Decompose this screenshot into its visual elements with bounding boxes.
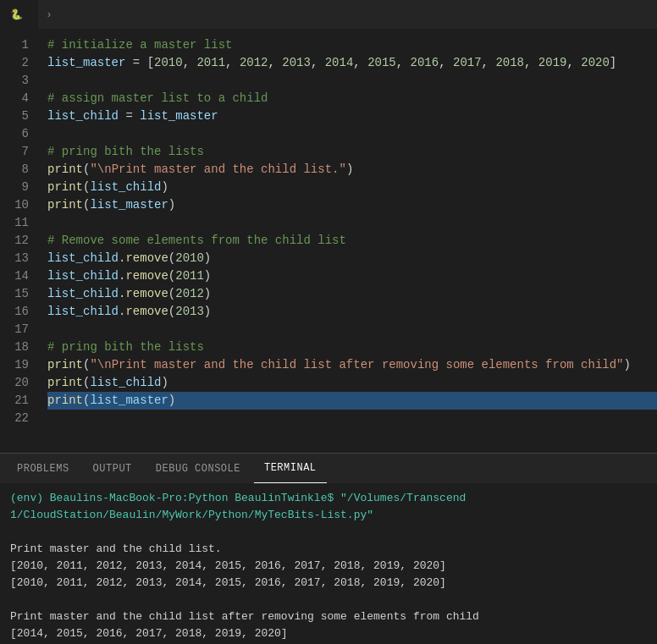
terminal-line: Print master and the child list. <box>10 541 647 558</box>
python-icon: 🐍 <box>10 8 23 21</box>
code-line: list_child.remove(2010) <box>47 250 657 267</box>
code-editor: 12345678910111213141516171819202122 # in… <box>0 30 657 453</box>
token-comment: # Remove some elements from the child li… <box>47 234 346 247</box>
line-number: 7 <box>0 143 41 161</box>
token-variable: list_child <box>47 109 119 123</box>
terminal-line <box>10 592 647 608</box>
token-variable: list_child <box>47 287 119 300</box>
token-number: 2013 <box>175 305 204 318</box>
token-number: 2014 <box>325 56 354 69</box>
token-plain: ] <box>610 56 616 69</box>
token-variable: list_child <box>47 269 119 283</box>
code-line: print("\nPrint master and the child list… <box>47 356 657 374</box>
line-number: 13 <box>0 250 41 267</box>
active-tab[interactable]: 🐍 <box>0 0 39 29</box>
token-function: remove <box>125 269 168 283</box>
line-number: 19 <box>0 356 41 374</box>
code-line <box>47 321 657 339</box>
code-line: list_child = list_master <box>47 107 657 125</box>
token-function: print <box>47 198 83 212</box>
token-plain: ) <box>624 358 631 372</box>
code-line: print(list_master) <box>47 392 657 410</box>
line-number: 9 <box>0 179 41 196</box>
tab-output[interactable]: OUTPUT <box>83 454 142 483</box>
token-number: 2013 <box>282 56 311 69</box>
token-variable: list_child <box>47 305 119 318</box>
terminal-line <box>10 524 647 541</box>
tab-terminal[interactable]: TERMINAL <box>254 454 327 483</box>
line-number: 11 <box>0 214 41 232</box>
line-number: 21 <box>0 392 41 410</box>
token-number: 2011 <box>196 56 225 69</box>
token-number: 2019 <box>538 56 567 69</box>
token-plain: ) <box>346 162 353 176</box>
token-comment: # pring bith the lists <box>47 340 204 354</box>
token-variable: list_child <box>47 251 119 265</box>
code-content[interactable]: # initialize a master listlist_master = … <box>41 30 657 453</box>
token-comment: # assign master list to a child <box>47 91 268 105</box>
token-plain: ) <box>204 287 211 300</box>
tab-debug-console[interactable]: DEBUG CONSOLE <box>146 454 251 483</box>
tab-bar: 🐍 › <box>0 0 657 30</box>
token-plain: ) <box>204 269 211 283</box>
token-number: 2010 <box>175 251 204 265</box>
token-function: remove <box>125 287 168 300</box>
terminal-line: [2010, 2011, 2012, 2013, 2014, 2015, 201… <box>10 558 647 575</box>
token-string: "\nPrint master and the child list after… <box>90 358 623 372</box>
line-number: 4 <box>0 90 41 107</box>
code-line: # assign master list to a child <box>47 90 657 107</box>
line-number: 1 <box>0 36 41 54</box>
terminal-content[interactable]: (env) Beaulins-MacBook-Pro:Python Beauli… <box>0 483 657 644</box>
token-variable: list_master <box>90 394 168 407</box>
line-number: 12 <box>0 232 41 250</box>
tab-problems[interactable]: PROBLEMS <box>7 454 80 483</box>
token-number: 2017 <box>453 56 482 69</box>
line-number: 20 <box>0 374 41 392</box>
token-string: "\nPrint master and the child list." <box>90 162 345 176</box>
token-plain: , <box>396 56 411 69</box>
token-comment: # pring bith the lists <box>47 145 204 158</box>
token-plain: , <box>482 56 496 69</box>
token-plain: , <box>268 56 282 69</box>
token-number: 2020 <box>581 56 610 69</box>
token-plain: , <box>524 56 538 69</box>
terminal-line: (env) Beaulins-MacBook-Pro:Python Beauli… <box>10 490 647 524</box>
bottom-panel: PROBLEMS OUTPUT DEBUG CONSOLE TERMINAL (… <box>0 453 657 644</box>
token-function: print <box>47 162 83 176</box>
token-plain: ) <box>161 180 168 194</box>
token-plain: ) <box>168 394 175 407</box>
breadcrumb-separator: › <box>46 8 52 21</box>
token-plain: = <box>119 109 140 123</box>
code-line <box>47 72 657 90</box>
terminal-line: Print master and the child list after re… <box>10 608 647 625</box>
token-plain: = [ <box>125 56 154 69</box>
token-plain: ) <box>204 251 211 265</box>
token-plain: ) <box>161 376 168 389</box>
token-number: 2016 <box>411 56 439 69</box>
token-function: print <box>47 358 83 372</box>
line-number: 14 <box>0 267 41 285</box>
code-line: # pring bith the lists <box>47 143 657 161</box>
line-number: 6 <box>0 125 41 143</box>
token-variable: list_child <box>90 376 161 389</box>
token-function: print <box>47 394 83 407</box>
token-plain: , <box>439 56 453 69</box>
code-line: list_master = [2010, 2011, 2012, 2013, 2… <box>47 54 657 72</box>
token-plain: ( <box>168 305 175 318</box>
code-line: # pring bith the lists <box>47 339 657 356</box>
code-line: print(list_child) <box>47 374 657 392</box>
token-plain: , <box>353 56 367 69</box>
line-number: 17 <box>0 321 41 339</box>
code-line: print("\nPrint master and the child list… <box>47 161 657 179</box>
token-plain: ( <box>168 269 175 283</box>
token-function: print <box>47 376 83 389</box>
token-number: 2010 <box>154 56 183 69</box>
token-function: remove <box>125 251 168 265</box>
token-plain: ) <box>168 198 175 212</box>
token-number: 2018 <box>495 56 524 69</box>
token-variable: list_master <box>90 198 168 212</box>
line-number: 5 <box>0 107 41 125</box>
code-line <box>47 214 657 232</box>
token-plain: , <box>183 56 197 69</box>
token-variable: list_child <box>90 180 161 194</box>
